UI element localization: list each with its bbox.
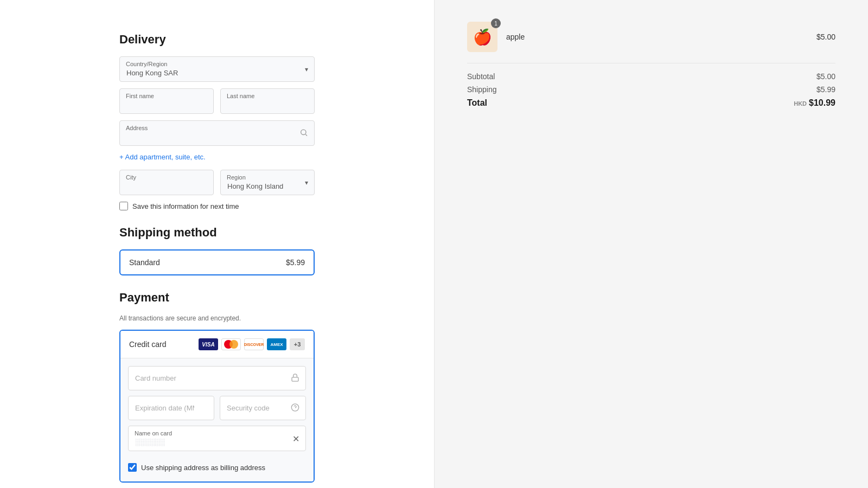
city-field: City bbox=[119, 170, 214, 195]
credit-card-label: Credit card bbox=[129, 340, 166, 349]
country-label: Country/Region bbox=[126, 61, 167, 67]
save-info-row: Save this information for next time bbox=[119, 202, 315, 210]
expiry-input[interactable] bbox=[128, 396, 214, 420]
subtotal-value: $5.00 bbox=[816, 72, 835, 81]
city-region-row: City Region Hong Kong Island ▾ bbox=[119, 170, 315, 195]
security-code-field bbox=[220, 396, 306, 420]
delivery-title: Delivery bbox=[119, 33, 315, 47]
svg-rect-2 bbox=[292, 377, 298, 381]
add-apartment-link[interactable]: Add apartment, suite, etc. bbox=[119, 153, 206, 161]
shipping-method-box[interactable]: Standard $5.99 bbox=[119, 249, 315, 275]
more-cards-icon: +3 bbox=[290, 338, 305, 350]
shipping-method-price: $5.99 bbox=[286, 258, 305, 267]
region-field: Region Hong Kong Island ▾ bbox=[220, 170, 315, 195]
save-info-label: Save this information for next time bbox=[132, 202, 239, 210]
address-label: Address bbox=[126, 125, 148, 131]
amex-icon: AMEX bbox=[267, 338, 286, 350]
total-value: $10.99 bbox=[809, 98, 835, 107]
name-row: First name Last name bbox=[119, 88, 315, 114]
address-field: Address bbox=[119, 120, 315, 146]
country-field: Country/Region Hong Kong SAR ▾ bbox=[119, 56, 315, 82]
payment-title: Payment bbox=[119, 291, 315, 305]
card-number-input[interactable] bbox=[128, 366, 306, 390]
order-totals: Subtotal $5.00 Shipping $5.99 Total HKD$… bbox=[467, 63, 835, 108]
card-number-field bbox=[128, 366, 306, 390]
shipping-row: Shipping $5.99 bbox=[467, 85, 835, 94]
order-item-price: $5.00 bbox=[816, 33, 835, 41]
svg-point-0 bbox=[301, 130, 306, 134]
discover-icon: DISCOVER bbox=[244, 338, 264, 350]
first-name-label: First name bbox=[126, 93, 154, 99]
order-item-name: apple bbox=[506, 33, 808, 41]
name-on-card-field: Name on card ✕ bbox=[128, 426, 306, 451]
subtotal-label: Subtotal bbox=[467, 72, 495, 81]
order-item-image-wrapper: 🍎 1 bbox=[467, 22, 497, 52]
address-input[interactable] bbox=[119, 120, 315, 146]
last-name-field: Last name bbox=[220, 88, 315, 114]
grand-total-row: Total HKD$10.99 bbox=[467, 98, 835, 108]
shipping-title: Shipping method bbox=[119, 226, 315, 240]
billing-label: Use shipping address as billing address bbox=[141, 464, 265, 472]
billing-checkbox[interactable] bbox=[128, 463, 137, 472]
region-label: Region bbox=[227, 174, 246, 181]
first-name-field: First name bbox=[119, 88, 214, 114]
lock-icon bbox=[291, 373, 299, 383]
save-info-checkbox[interactable] bbox=[119, 202, 128, 210]
help-circle-icon bbox=[291, 403, 299, 413]
visa-icon: VISA bbox=[199, 338, 218, 350]
payment-header: Credit card VISA DISCOVER AMEX +3 bbox=[120, 331, 314, 358]
name-on-card-label: Name on card bbox=[135, 430, 172, 436]
shipping-method-name: Standard bbox=[129, 258, 160, 267]
checkout-form: Delivery Country/Region Hong Kong SAR ▾ … bbox=[0, 0, 434, 488]
city-label: City bbox=[126, 174, 136, 181]
expiry-field bbox=[128, 396, 214, 420]
mastercard-icon bbox=[221, 338, 241, 350]
total-label: Total bbox=[467, 98, 487, 108]
payment-box: Credit card VISA DISCOVER AMEX +3 bbox=[119, 330, 315, 483]
total-amount: HKD$10.99 bbox=[794, 98, 835, 108]
total-currency: HKD bbox=[794, 100, 807, 107]
subtotal-row: Subtotal $5.00 bbox=[467, 72, 835, 81]
order-item: 🍎 1 apple $5.00 bbox=[467, 22, 835, 52]
svg-line-1 bbox=[305, 134, 307, 136]
order-summary: 🍎 1 apple $5.00 Subtotal $5.00 Shipping … bbox=[434, 0, 868, 488]
item-quantity-badge: 1 bbox=[491, 18, 501, 28]
expiry-security-row bbox=[128, 396, 306, 420]
shipping-label: Shipping bbox=[467, 85, 497, 94]
card-icons: VISA DISCOVER AMEX +3 bbox=[199, 338, 305, 350]
search-icon bbox=[299, 128, 308, 138]
last-name-label: Last name bbox=[227, 93, 254, 99]
payment-fields: Name on card ✕ Use shipping address as b… bbox=[120, 358, 314, 481]
billing-checkbox-row: Use shipping address as billing address bbox=[128, 459, 306, 474]
payment-subtitle: All transactions are secure and encrypte… bbox=[119, 314, 315, 322]
clear-icon[interactable]: ✕ bbox=[292, 433, 299, 444]
shipping-value: $5.99 bbox=[816, 85, 835, 94]
